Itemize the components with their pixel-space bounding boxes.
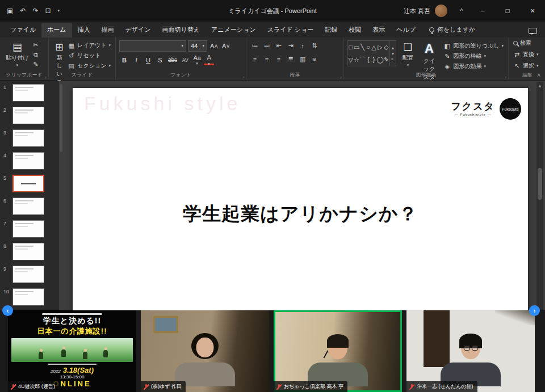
replace-button[interactable]: ⇄置換▾: [513, 50, 542, 58]
decrease-indent-icon[interactable]: ⇤: [274, 40, 284, 51]
participant-video[interactable]: 斗米一志 (せんだんの館): [406, 310, 535, 392]
slideshow-icon[interactable]: ⊡: [45, 7, 51, 15]
scroll-up-icon[interactable]: ▲: [536, 82, 543, 88]
tab-record[interactable]: 記録: [319, 23, 343, 37]
font-size-select[interactable]: 44▾: [188, 40, 207, 52]
slide-thumbnail-9[interactable]: 9: [3, 265, 59, 283]
maximize-button[interactable]: □: [495, 0, 520, 22]
shape-icon[interactable]: }: [373, 56, 375, 63]
save-icon[interactable]: ▣: [7, 7, 13, 15]
shape-icon[interactable]: ◇: [384, 44, 388, 51]
shape-icon[interactable]: ▷: [378, 44, 382, 51]
align-left-icon[interactable]: ≡: [250, 54, 260, 65]
layout-button[interactable]: ▦レイアウト▾: [68, 41, 111, 49]
font-dialog-launcher[interactable]: ⌟: [242, 74, 244, 79]
comments-icon[interactable]: [529, 28, 537, 34]
numbering-icon[interactable]: ≕: [262, 40, 272, 51]
align-center-icon[interactable]: ≡: [262, 54, 272, 65]
paste-button[interactable]: ▤ 貼り付け ▾: [3, 40, 31, 71]
shapes-scroll[interactable]: ▲▼≡: [389, 41, 395, 66]
text-direction-icon[interactable]: ⇅: [309, 40, 320, 51]
tab-help[interactable]: ヘルプ: [391, 23, 421, 37]
shape-fill-button[interactable]: ◧図形の塗りつぶし▾: [443, 42, 504, 50]
shape-icon[interactable]: ╲: [360, 44, 364, 51]
find-button[interactable]: 検索: [513, 39, 542, 47]
shape-icon[interactable]: □: [349, 44, 353, 50]
shape-icon[interactable]: △: [371, 44, 376, 51]
slide-title-text[interactable]: 学生起業はアリかナシか？: [73, 201, 528, 227]
line-spacing-icon[interactable]: ↕: [297, 40, 308, 51]
shapes-gallery[interactable]: □ ▭ ╲ ○ △ ▷ ◇ ▲▼≡ ▽ ☆ ⌒ { } ◯ ✎: [347, 40, 396, 66]
tab-review[interactable]: 校閲: [343, 23, 367, 37]
tab-home[interactable]: ホーム: [41, 23, 72, 37]
increase-indent-icon[interactable]: ⇥: [286, 40, 296, 51]
font-name-select[interactable]: ▾: [119, 40, 186, 52]
copy-icon[interactable]: ⧉: [32, 51, 39, 58]
character-spacing-button[interactable]: AV: [180, 54, 190, 65]
slide-thumbnail-8[interactable]: 8: [3, 243, 59, 260]
text-shadow-button[interactable]: S: [155, 54, 165, 65]
account-name[interactable]: 辻本 真吾: [404, 7, 430, 15]
tab-slideshow[interactable]: スライド ショー: [262, 23, 320, 37]
slide-thumbnail-6[interactable]: 6: [3, 197, 59, 215]
scrollbar-thumb[interactable]: [538, 168, 542, 200]
new-slide-button[interactable]: ⊞ 新しい スライド ▾: [52, 40, 66, 71]
shape-icon[interactable]: ☆: [354, 56, 359, 64]
font-color-button[interactable]: A▾: [204, 54, 214, 65]
slide-watermark-text[interactable]: Fukushi style: [84, 92, 241, 115]
panel-scrollbar[interactable]: [59, 83, 63, 321]
undo-icon[interactable]: ↶: [20, 7, 26, 15]
grow-font-icon[interactable]: A˄: [209, 41, 219, 52]
ribbon-display-options-icon[interactable]: ^: [453, 0, 470, 22]
select-button[interactable]: ↖選択▾: [513, 62, 542, 70]
shape-outline-button[interactable]: ✎図形の枠線▾: [443, 52, 504, 60]
columns-icon[interactable]: ▥: [297, 54, 308, 65]
arrange-button[interactable]: ❏ 配置 ▾: [400, 40, 416, 71]
tab-draw[interactable]: 描画: [96, 23, 120, 37]
shape-icon[interactable]: ◯: [376, 56, 383, 64]
tab-animations[interactable]: アニメーション: [206, 23, 262, 37]
redo-icon[interactable]: ↷: [32, 7, 38, 15]
tab-insert[interactable]: 挿入: [72, 23, 96, 37]
shape-icon[interactable]: ▭: [354, 44, 359, 51]
tab-view[interactable]: 表示: [367, 23, 391, 37]
shape-icon[interactable]: ○: [367, 44, 371, 50]
shape-icon[interactable]: ▽: [349, 56, 353, 64]
change-case-button[interactable]: Aa▾: [192, 54, 202, 65]
paragraph-dialog-launcher[interactable]: ⌟: [339, 74, 342, 79]
participant-video-poster[interactable]: 学生と決める!! 日本一の介護施設!! 2022 3.18(Sat) 13:30…: [8, 310, 136, 392]
strikethrough-button[interactable]: abc: [167, 54, 178, 65]
clipboard-dialog-launcher[interactable]: ⌟: [44, 74, 47, 79]
shape-icon[interactable]: {: [367, 56, 370, 63]
tell-me-search[interactable]: 何をしますか: [429, 26, 475, 37]
cut-icon[interactable]: ✂: [32, 41, 39, 49]
participant-video-active-speaker[interactable]: おぢゃっこ倶楽部 高木 亨: [274, 310, 402, 392]
underline-button[interactable]: U: [143, 54, 153, 65]
collapse-ribbon-icon[interactable]: ˄: [537, 72, 540, 78]
reset-button[interactable]: ↺リセット: [68, 52, 111, 60]
slide-thumbnail-4[interactable]: 4: [3, 152, 59, 170]
slide-thumbnail-5-selected[interactable]: 5: [3, 175, 59, 192]
quick-styles-button[interactable]: A クイック スタイル ▾: [420, 40, 439, 71]
shrink-font-icon[interactable]: A˅: [221, 41, 231, 52]
slide-thumbnail-2[interactable]: 2: [3, 107, 59, 124]
justify-icon[interactable]: ≣: [286, 54, 296, 65]
gallery-next-button[interactable]: ›: [529, 305, 540, 316]
format-painter-icon[interactable]: ✎: [32, 61, 39, 68]
slide-thumbnail-1[interactable]: 1: [3, 84, 59, 102]
section-button[interactable]: ▤セクション▾: [68, 62, 111, 70]
tab-design[interactable]: デザイン: [120, 23, 157, 37]
minimize-button[interactable]: –: [470, 0, 495, 22]
drawing-dialog-launcher[interactable]: ⌟: [504, 74, 506, 79]
align-right-icon[interactable]: ≡: [274, 54, 284, 65]
slide-logo[interactable]: フクスタ Fukushistyle Fukusuta: [451, 98, 521, 120]
slide-thumbnail-3[interactable]: 3: [3, 129, 59, 147]
smartart-convert-icon[interactable]: ⧈: [309, 54, 320, 65]
participant-video[interactable]: (株)ゆず 作田: [141, 310, 269, 392]
close-button[interactable]: ×: [520, 0, 545, 22]
gallery-prev-button[interactable]: ‹: [2, 305, 13, 316]
avatar[interactable]: [435, 5, 447, 17]
italic-button[interactable]: I: [131, 54, 141, 65]
tab-transitions[interactable]: 画面切り替え: [157, 23, 206, 37]
bullets-icon[interactable]: ≔: [250, 40, 260, 51]
